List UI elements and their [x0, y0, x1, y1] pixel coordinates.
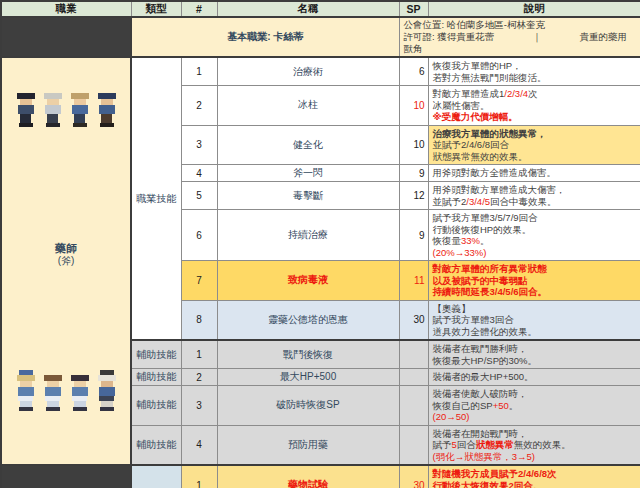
num-cell: 3: [181, 386, 217, 426]
sp-cell: 9: [399, 210, 428, 261]
desc-cell: 【奧義】賦予我方單體3回合道具效力全體化的效果。: [428, 300, 640, 340]
type-cell: 輔助技能: [131, 340, 181, 369]
desc-cell: 治療我方單體的狀態異常，並賦予2/4/6/8回合狀態異常無效的效果。: [428, 125, 640, 165]
base-job-cell: [1, 17, 131, 57]
sp-cell: 10: [399, 125, 428, 165]
base-class-row: 基本職業: 卡絲蒂 公會位置: 哈伯蘭多地區-柯林奎克 許可證: 獲得貴重花蕾 …: [1, 17, 640, 57]
name-cell: 持續治療: [217, 210, 399, 261]
type-cell: 輔助技能: [131, 369, 181, 386]
num-cell: 7: [181, 261, 217, 301]
col-header-name: 名稱: [217, 1, 399, 17]
guild-location: 公會位置: 哈伯蘭多地區-柯林奎克: [404, 19, 637, 31]
col-header-description: 說明: [428, 1, 640, 17]
job-cell-content: 藥師(斧): [2, 76, 130, 446]
num-cell: 3: [181, 125, 217, 165]
desc-cell: 裝備者使敵人破防時，恢復自己的SP+50。(20→50): [428, 386, 640, 426]
character-sprites-top: [2, 88, 130, 127]
name-cell: 致病毒液: [217, 261, 399, 301]
num-cell: 2: [181, 86, 217, 126]
name-cell: 破防時恢復SP: [217, 386, 399, 426]
num-cell: 6: [181, 210, 217, 261]
job-name: 藥師: [2, 242, 130, 255]
col-header-number: #: [181, 1, 217, 17]
sp-cell: 9: [399, 165, 428, 182]
job-weapon: (斧): [2, 255, 130, 267]
num-cell: 2: [181, 369, 217, 386]
character-sprite: [69, 88, 91, 127]
skill-row: EX技能1藥物試驗30對隨機我方成員賦予2/4/6/8次行動後大恢復效果2回合。…: [1, 465, 640, 488]
num-cell: 4: [181, 165, 217, 182]
col-header-type: 類型: [131, 1, 181, 17]
num-cell: 4: [181, 425, 217, 465]
sp-cell: 10: [399, 86, 428, 126]
name-cell: 藥物試驗: [217, 465, 399, 488]
skill-row: 藥師(斧)職業技能1治療術6恢復我方單體的HP，若對方無法戰鬥則能復活。: [1, 57, 640, 86]
num-cell: 1: [181, 57, 217, 86]
num-cell: 5: [181, 182, 217, 210]
desc-cell: 對敵方單體造成1/2/3/4次冰屬性傷害。※受魔力代價增幅。: [428, 86, 640, 126]
name-cell: 戰鬥後恢復: [217, 340, 399, 369]
sp-cell: [399, 369, 428, 386]
name-cell: 治療術: [217, 57, 399, 86]
desc-cell: 對敵方單體的所有異常狀態以及被賦予的中毒弱點持續時間延長3/4/5/6回合。: [428, 261, 640, 301]
guild-info-cell: 公會位置: 哈伯蘭多地區-柯林奎克 許可證: 獲得貴重花蕾 ｜ 貴重的藥用獸角: [399, 17, 640, 57]
desc-cell: 賦予我方單體3/5/7/9回合行動後恢復HP的效果。恢復量33%。(20%→33…: [428, 210, 640, 261]
job-cell-ex: [1, 465, 131, 488]
character-sprites-bottom: [2, 370, 130, 411]
desc-cell: 裝備者在戰鬥勝利時，恢復最大HP/SP的30%。: [428, 340, 640, 369]
desc-cell: 裝備者的最大HP+500。: [428, 369, 640, 386]
character-sprite: [96, 370, 118, 411]
sp-cell: [399, 386, 428, 426]
header-row: 職業 類型 # 名稱 SP 說明: [1, 1, 640, 17]
character-sprite: [15, 88, 37, 127]
character-sprite: [69, 370, 91, 411]
col-header-sp: SP: [399, 1, 428, 17]
skill-table: 職業 類型 # 名稱 SP 說明 基本職業: 卡絲蒂 公會位置: 哈伯蘭多地區-…: [0, 0, 640, 488]
name-cell: 冰柱: [217, 86, 399, 126]
desc-cell: 用斧頭對敵方全體造成傷害。: [428, 165, 640, 182]
character-sprite: [96, 88, 118, 127]
desc-cell: 對隨機我方成員賦予2/4/6/8次行動後大恢復效果2回合。效果為HP30%/SP…: [428, 465, 640, 488]
name-cell: 斧一閃: [217, 165, 399, 182]
type-cell: 輔助技能: [131, 386, 181, 426]
desc-cell: 恢復我方單體的HP，若對方無法戰鬥則能復活。: [428, 57, 640, 86]
base-class-label: 基本職業: 卡絲蒂: [131, 17, 399, 57]
type-cell: 輔助技能: [131, 425, 181, 465]
desc-cell: 裝備者在開始戰鬥時，賦予5回合狀態異常無效的效果。(弱化→狀態異常，3→5): [428, 425, 640, 465]
character-sprite: [42, 88, 64, 127]
col-header-job: 職業: [1, 1, 131, 17]
name-cell: 預防用藥: [217, 425, 399, 465]
sp-cell: 30: [399, 300, 428, 340]
sp-cell: 11: [399, 261, 428, 301]
name-cell: 健全化: [217, 125, 399, 165]
name-cell: 靈藥公德塔的恩惠: [217, 300, 399, 340]
job-label: 藥師(斧): [2, 242, 130, 267]
sp-cell: 12: [399, 182, 428, 210]
num-cell: 1: [181, 340, 217, 369]
sp-cell: [399, 340, 428, 369]
desc-cell: 用斧頭對敵方單體造成大傷害，並賦予2/3/4/5回合中毒效果。: [428, 182, 640, 210]
sp-cell: 6: [399, 57, 428, 86]
guild-license: 許可證: 獲得貴重花蕾 ｜ 貴重的藥用獸角: [404, 31, 637, 55]
sp-cell: [399, 425, 428, 465]
num-cell: 1: [181, 465, 217, 488]
type-cell: 職業技能: [131, 57, 181, 340]
sp-cell: 30: [399, 465, 428, 488]
character-sprite: [15, 370, 37, 411]
name-cell: 最大HP+500: [217, 369, 399, 386]
job-cell: 藥師(斧): [1, 57, 131, 465]
type-cell: EX技能: [131, 465, 181, 488]
num-cell: 8: [181, 300, 217, 340]
name-cell: 毒擊斷: [217, 182, 399, 210]
character-sprite: [42, 370, 64, 411]
